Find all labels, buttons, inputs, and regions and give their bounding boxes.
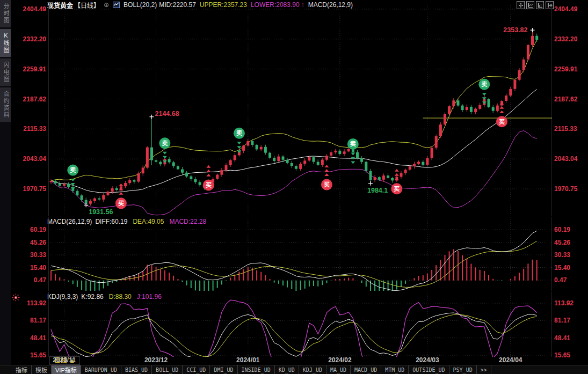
candle xyxy=(317,162,320,165)
candle xyxy=(225,165,228,170)
candle xyxy=(124,183,127,186)
candle xyxy=(286,160,289,163)
candle xyxy=(347,149,350,152)
trading-app-window: 分时图K线图闪电图合约资料 现货黄金【日线】 ⊕ BOLL(20,2) MID:… xyxy=(0,0,588,374)
sidebar-item-kline-chart[interactable]: K线图 xyxy=(0,29,11,57)
bottom-tab-10[interactable]: KDJ_UD xyxy=(299,365,326,374)
bottom-tab-1[interactable]: 模板 xyxy=(32,365,52,374)
price-tick-label: 2259.91 xyxy=(0,65,46,73)
price-tick-label: 48.41 xyxy=(554,334,588,342)
svg-text:买: 买 xyxy=(499,119,505,125)
candle xyxy=(369,171,372,180)
price-tick-label: 2187.62 xyxy=(554,96,588,103)
candle xyxy=(378,177,381,180)
svg-text:买: 买 xyxy=(118,200,124,207)
candle xyxy=(216,175,219,179)
price-tick-label: 45.26 xyxy=(554,239,588,246)
price-tick-label: 2404.49 xyxy=(0,5,46,13)
bottom-tab-11[interactable]: MA_UD xyxy=(326,365,351,374)
candle xyxy=(382,175,385,180)
sidebar-item-time-chart[interactable]: 分时图 xyxy=(0,0,11,27)
svg-text:卖: 卖 xyxy=(236,129,242,136)
candle xyxy=(76,191,78,196)
candle xyxy=(338,151,341,154)
bottom-tab-12[interactable]: MACD_UD xyxy=(351,365,381,374)
kdj-chart[interactable] xyxy=(48,292,552,357)
bottom-tab-15[interactable]: PSY_UD xyxy=(449,365,477,374)
candle xyxy=(168,159,171,162)
price-tick-label: 48.41 xyxy=(0,334,46,342)
candle xyxy=(89,201,92,204)
svg-text:卖: 卖 xyxy=(350,140,356,147)
bottom-tab-9[interactable]: KD_UD xyxy=(275,365,299,374)
bottom-tab-5[interactable]: BOLL_UD xyxy=(152,365,183,374)
bottom-tab-2[interactable]: VIP指标 xyxy=(52,365,81,374)
boll-upper-line xyxy=(51,40,537,181)
candle xyxy=(190,177,192,179)
svg-text:卖: 卖 xyxy=(70,166,76,173)
candle xyxy=(128,180,131,183)
bottom-tab-8[interactable]: INSIDE_UD xyxy=(238,365,275,374)
candle xyxy=(321,160,324,165)
candle xyxy=(299,164,302,169)
price-tick-label: 0.47 xyxy=(0,276,46,284)
candle xyxy=(137,173,140,181)
candle xyxy=(505,96,507,101)
candle xyxy=(273,158,275,161)
bottom-tab-16[interactable]: >> xyxy=(477,365,491,374)
price-annotation: 1984.1 xyxy=(367,181,388,194)
price-tick-label: 15.40 xyxy=(554,264,588,272)
svg-text:卖: 卖 xyxy=(481,80,487,87)
candle xyxy=(400,173,403,177)
candle xyxy=(59,184,61,186)
candle xyxy=(181,170,184,173)
candle xyxy=(325,156,328,160)
candle xyxy=(220,170,223,175)
boll-mid-line xyxy=(51,90,537,193)
candle xyxy=(522,60,525,70)
svg-text:1931.56: 1931.56 xyxy=(89,208,113,216)
candle xyxy=(199,182,201,185)
price-tick-label: 45.26 xyxy=(0,239,46,246)
candle xyxy=(260,147,263,150)
candle xyxy=(478,105,481,109)
buy-signal: 买 xyxy=(203,165,214,191)
candle xyxy=(67,184,70,187)
main-chart[interactable]: 卖买卖买卖买卖买卖买2144.682353.821931.561984.1 xyxy=(48,5,552,216)
candle xyxy=(268,153,271,158)
price-tick-label: 2115.33 xyxy=(0,125,46,133)
bottom-tab-6[interactable]: CCI_UD xyxy=(183,365,210,374)
macd-chart[interactable] xyxy=(48,217,552,291)
price-tick-label: 113.92 xyxy=(554,299,588,307)
bottom-tab-13[interactable]: MTM_UD xyxy=(381,365,409,374)
candle xyxy=(474,109,477,112)
candle xyxy=(313,157,315,162)
kdj-j-line xyxy=(51,300,537,357)
candle xyxy=(496,106,499,111)
bottom-tab-0[interactable]: 指标 xyxy=(12,365,32,374)
candle xyxy=(264,147,267,153)
candle xyxy=(229,160,232,165)
candle xyxy=(303,160,306,164)
bottom-tab-14[interactable]: OUTSIDE_UD xyxy=(409,365,449,374)
candle xyxy=(251,141,253,145)
candle xyxy=(50,181,53,182)
candle xyxy=(185,173,188,177)
price-tick-label: 2115.33 xyxy=(554,125,588,133)
price-tick-label: 2404.49 xyxy=(554,5,588,13)
candle xyxy=(308,157,310,160)
candle xyxy=(413,164,416,167)
price-tick-label: 0.47 xyxy=(554,276,588,284)
svg-text:买: 买 xyxy=(324,181,330,188)
candle xyxy=(172,162,175,166)
candle xyxy=(242,146,245,151)
bottom-tab-7[interactable]: DMI_UD xyxy=(210,365,237,374)
bottom-tab-3[interactable]: BARUPDN_UD xyxy=(81,365,121,374)
candle xyxy=(466,107,468,110)
candle xyxy=(133,180,135,182)
date-label: 2023/11 xyxy=(53,356,76,364)
price-tick-label: 2043.04 xyxy=(0,155,46,163)
sidebar-item-contract-info[interactable]: 合约资料 xyxy=(0,87,11,122)
candle xyxy=(356,152,359,158)
bottom-tab-4[interactable]: BIAS_UD xyxy=(121,365,152,374)
